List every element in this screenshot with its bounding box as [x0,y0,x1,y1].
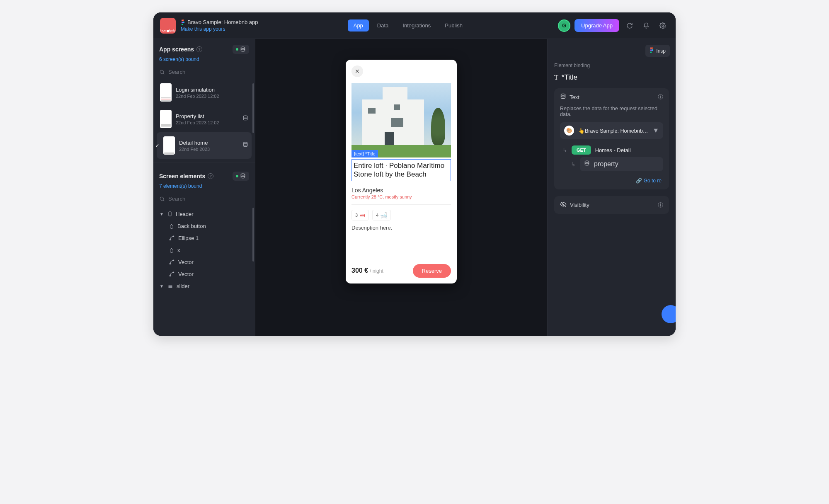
phone-footer: 300 € / night Reserve [346,258,457,284]
top-tabs: App Data Integrations Publish [348,19,468,32]
app-logo-icon: homebnb [160,18,176,34]
beds-chip: 3 🛏 [351,210,369,220]
bath-icon: 🛁 [380,212,387,218]
database-icon [560,93,566,101]
property-selector[interactable]: property [580,157,663,171]
main: App screens ? 6 screen(s) bound Search L… [153,39,676,336]
phone-preview: ✕ [text] *Title [346,60,457,284]
svg-point-14 [173,236,174,237]
title-text-selected[interactable]: Entire loft · Poblano Marítimo Stone lof… [351,159,451,181]
info-icon[interactable]: ⓘ [658,201,663,209]
screen-item-login[interactable]: Login simulation 22nd Feb 2023 12:02 [157,79,252,106]
elements-search[interactable]: Search [153,193,255,206]
screen-item-detail-home[interactable]: ✓ Detail home 22nd Feb 2023 [157,132,252,159]
svg-rect-12 [169,212,171,216]
tree-item-slider[interactable]: ▼ slider [158,280,251,292]
tree-item-header[interactable]: ▼ Header [158,208,251,220]
scrollbar[interactable] [252,83,254,133]
settings-icon[interactable] [657,19,669,32]
screens-search-placeholder: Search [168,69,185,75]
svg-rect-2 [183,19,184,21]
tab-integrations[interactable]: Integrations [397,19,436,32]
app-screens-title: App screens [159,46,194,53]
user-avatar[interactable]: G [558,19,570,32]
link-icon: 🔗 [636,178,642,184]
visibility-group[interactable]: Visibility ⓘ [554,196,669,214]
description-text: Description here. [351,225,451,250]
svg-point-5 [662,25,664,27]
svg-point-7 [160,70,163,73]
binding-title-text: *Title [562,73,577,82]
inspect-button[interactable]: Insp [645,45,670,57]
svg-rect-1 [182,19,183,21]
topbar-right: G Upgrade App [558,19,669,32]
canvas[interactable]: ✕ [text] *Title [255,39,547,336]
visibility-icon [560,201,567,209]
tree-item-x[interactable]: x [158,244,251,256]
screens-db-indicator[interactable] [233,45,249,54]
collection-selector[interactable]: 🎨 👆Bravo Sample: Homebnb app (... ▼ [560,122,663,139]
device-icon [167,211,172,217]
list-icon [167,284,173,289]
close-button[interactable]: ✕ [351,65,363,77]
svg-point-16 [173,260,174,261]
tree-label: Back button [177,223,206,229]
screen-thumb [160,110,172,128]
binding-title: T *Title [554,73,669,82]
text-group-header[interactable]: Text ⓘ [554,88,669,106]
figma-icon [181,19,185,25]
screen-list: Login simulation 22nd Feb 2023 12:02 Pro… [153,79,255,159]
help-icon[interactable]: ? [208,173,213,179]
info-icon[interactable]: ⓘ [658,93,663,101]
help-icon[interactable]: ? [196,46,202,52]
svg-point-13 [170,239,170,240]
svg-point-15 [170,263,170,264]
refresh-icon[interactable] [623,19,636,32]
tree-item-back-button[interactable]: Back button [158,220,251,232]
svg-point-11 [160,197,163,200]
screens-search[interactable]: Search [153,66,255,79]
baths-chip: 4 🛁 [372,210,391,220]
replaces-description: Replaces the data for the request select… [560,106,663,117]
scrollbar[interactable] [252,208,254,262]
vector-icon [169,259,175,265]
topbar: homebnb Bravo Sample: Homebnb app Make t… [153,12,676,39]
elements-search-placeholder: Search [168,196,185,202]
svg-point-27 [561,94,565,95]
app-shell: homebnb Bravo Sample: Homebnb app Make t… [153,12,676,336]
make-app-yours-link[interactable]: Make this app yours [181,26,258,32]
upgrade-button[interactable]: Upgrade App [574,19,619,32]
bell-icon[interactable] [640,19,652,32]
sub-arrow-icon: ↳ [562,147,567,153]
tree-label: Vector [178,271,194,277]
reserve-button[interactable]: Reserve [413,264,451,278]
screen-date: 22nd Feb 2023 [179,147,210,152]
tree-label: Ellipse 1 [178,235,199,241]
beds-count: 3 [355,213,358,218]
request-name: Homes - Detail [595,147,631,153]
tree-item-ellipse[interactable]: Ellipse 1 [158,232,251,244]
per-night-text: / night [370,268,383,274]
svg-rect-23 [650,47,652,49]
visibility-label: Visibility [570,202,589,208]
chevron-down-icon: ▼ [652,127,659,134]
elements-bound-link[interactable]: 7 element(s) bound [153,183,255,193]
tree-item-vector-1[interactable]: Vector [158,256,251,268]
screen-item-property-list[interactable]: Property list 22nd Feb 2023 12:02 [157,106,252,132]
collection-name: Bravo Sample: Homebnb app (... [585,128,648,134]
screens-bound-link[interactable]: 6 screen(s) bound [153,56,255,66]
svg-rect-26 [650,51,652,53]
tab-app[interactable]: App [348,19,369,32]
svg-point-22 [652,49,653,51]
svg-point-9 [243,142,247,144]
tab-publish[interactable]: Publish [439,19,468,32]
hero-image [351,83,451,158]
tree-item-vector-2[interactable]: Vector [158,268,251,280]
goto-request-link[interactable]: 🔗 Go to re [636,178,662,184]
tab-data[interactable]: Data [371,19,394,32]
element-binding-label: Element binding [554,63,669,68]
elements-db-indicator[interactable] [233,172,249,181]
request-row[interactable]: ↳ GET Homes - Detail [560,143,663,157]
http-method-badge: GET [572,145,591,155]
tree-label: x [177,247,180,253]
